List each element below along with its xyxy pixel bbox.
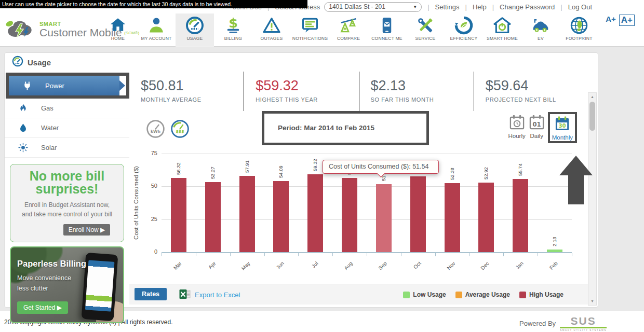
font-size-controls: A+ A+ bbox=[606, 15, 635, 26]
svg-text:$$$: $$$ bbox=[176, 129, 184, 134]
topbar-link-settings[interactable]: Settings bbox=[435, 3, 460, 11]
svg-text:01: 01 bbox=[532, 121, 541, 128]
sidebar-item-power[interactable]: Power bbox=[9, 76, 119, 95]
sus-logo: SUS SMART UTILITY SYSTEMS bbox=[560, 315, 607, 332]
compare-icon bbox=[339, 16, 358, 35]
x-tick-label: Aug bbox=[335, 260, 354, 279]
sidebar-item-solar[interactable]: Solar bbox=[5, 138, 129, 158]
font-decrease-button[interactable]: A+ bbox=[606, 15, 616, 23]
x-tick-label: Sep bbox=[369, 260, 388, 279]
bar-value-label: 57.91 bbox=[244, 150, 250, 173]
nav-item-service[interactable]: SERVICE bbox=[406, 13, 445, 47]
sidebar-item-label: Water bbox=[41, 124, 59, 132]
scrollbar-thumb[interactable] bbox=[589, 102, 595, 131]
view-daily-button[interactable]: 01Daily bbox=[529, 114, 545, 139]
bar-nov[interactable] bbox=[445, 183, 460, 252]
legend-item-average-usage: Average Usage bbox=[455, 291, 510, 298]
bar-dec[interactable] bbox=[478, 183, 494, 252]
bar-value-label: 52.38 bbox=[449, 157, 455, 180]
nav-item-my-account[interactable]: MY ACCOUNT bbox=[137, 13, 176, 47]
monthly-annotation-box: 30Monthly bbox=[548, 112, 577, 143]
svg-text:kWh: kWh bbox=[151, 129, 160, 134]
bar-value-label: 56.32 bbox=[176, 152, 182, 175]
annotation-arrow-up-icon bbox=[559, 156, 593, 206]
bar-oct[interactable] bbox=[410, 176, 426, 252]
nav-item-footprint[interactable]: FOOTPRINT bbox=[560, 13, 598, 47]
bar-jun[interactable] bbox=[273, 181, 289, 252]
legend-label: Average Usage bbox=[465, 291, 510, 298]
bar-apr[interactable] bbox=[205, 182, 221, 252]
excel-icon[interactable] bbox=[179, 289, 191, 300]
bar-jan[interactable] bbox=[513, 179, 528, 252]
sidebar-item-label: Gas bbox=[41, 104, 53, 112]
topbar-link-help[interactable]: Help bbox=[473, 3, 487, 11]
view-monthly-button[interactable]: 30Monthly bbox=[552, 116, 573, 141]
stat-card-highest-this-year: $59.32HIGHEST THIS YEAR bbox=[244, 72, 358, 111]
water-drop-icon bbox=[5, 123, 41, 133]
export-to-excel-link[interactable]: Export to Excel bbox=[195, 291, 240, 299]
scroll-up-icon[interactable]: ▲ bbox=[588, 93, 596, 101]
font-increase-button[interactable]: A+ bbox=[619, 15, 635, 26]
footprint-icon bbox=[570, 16, 588, 35]
nav-item-billing[interactable]: $BILLING bbox=[214, 13, 252, 47]
scroll-down-icon[interactable]: ▼ bbox=[588, 297, 596, 305]
legend-item-low-usage: Low Usage bbox=[403, 291, 446, 298]
content-area: Usage PowerGasWaterSolar No more bill su… bbox=[0, 47, 644, 311]
x-tick-label: Nov bbox=[437, 260, 456, 279]
nav-item-smart-home[interactable]: SMART HOME bbox=[483, 13, 521, 47]
view-hourly-button[interactable]: Hourly bbox=[508, 114, 525, 139]
budget-assistant-promo[interactable]: No more bill surprises! Enroll in Budget… bbox=[10, 164, 124, 242]
bar-value-label: 52.92 bbox=[483, 157, 489, 179]
kwh-gauge-icon[interactable]: kWh bbox=[146, 119, 165, 141]
divider: | bbox=[555, 3, 568, 11]
divider: | bbox=[422, 3, 435, 11]
topbar-link-change-password[interactable]: Change Password bbox=[500, 3, 555, 11]
nav-item-label: MY ACCOUNT bbox=[137, 36, 176, 41]
bar-may[interactable] bbox=[239, 176, 255, 252]
svg-text:$: $ bbox=[229, 16, 238, 31]
nav-item-compare[interactable]: COMPARE bbox=[329, 13, 368, 47]
rates-button[interactable]: Rates bbox=[135, 288, 167, 300]
nav-item-efficiency[interactable]: EFFICIENCY bbox=[445, 13, 483, 47]
view-label: Hourly bbox=[508, 133, 525, 139]
powered-by: Powered By SUS SMART UTILITY SYSTEMS bbox=[519, 315, 607, 332]
nav-item-ev[interactable]: EV bbox=[521, 13, 560, 47]
nav-item-label: EV bbox=[521, 36, 560, 41]
sidebar-item-water[interactable]: Water bbox=[5, 118, 129, 138]
bar-mar[interactable] bbox=[171, 178, 186, 252]
bar-sep[interactable] bbox=[376, 184, 392, 252]
nav-item-home[interactable]: HOME bbox=[99, 13, 137, 47]
usage-panel: Usage PowerGasWaterSolar No more bill su… bbox=[4, 52, 598, 308]
divider: | bbox=[460, 3, 473, 11]
nav-item-outages[interactable]: OUTAGES bbox=[252, 13, 291, 47]
nav-item-connect-me[interactable]: CONNECT ME bbox=[368, 13, 406, 47]
y-tick-label: 50 bbox=[143, 183, 157, 189]
stat-card-so-far-this-month: $2.13SO FAR THIS MONTH bbox=[359, 72, 474, 111]
y-tick-label: 25 bbox=[143, 216, 157, 222]
x-axis-tick bbox=[435, 253, 436, 256]
enroll-now-button[interactable]: Enroll Now ▶ bbox=[63, 224, 111, 236]
cost-gauge-icon[interactable]: $$$ bbox=[170, 119, 190, 141]
bar-aug[interactable] bbox=[342, 178, 357, 252]
bar-jul[interactable] bbox=[307, 174, 323, 252]
nav-item-label: BILLING bbox=[214, 36, 252, 41]
bar-value-label: 54.09 bbox=[278, 155, 284, 178]
address-dropdown[interactable]: 1401 Dallas St - 201 ▼ bbox=[324, 2, 422, 12]
nav-item-notifications[interactable]: NOTIFICATIONS bbox=[291, 13, 329, 47]
legend-swatch bbox=[519, 292, 526, 298]
stat-card-projected-next-bill: $59.64PROJECTED NEXT BILL bbox=[474, 72, 588, 111]
paperless-billing-promo[interactable]: Paperless Billing Move convenience less … bbox=[10, 246, 124, 323]
x-axis-tick bbox=[401, 253, 401, 256]
stat-label: HIGHEST THIS YEAR bbox=[256, 96, 358, 103]
nav-item-label: CONNECT ME bbox=[368, 36, 406, 41]
nav-item-usage[interactable]: USAGE bbox=[176, 13, 214, 47]
nav-item-label: HOME bbox=[99, 36, 137, 41]
chart-tooltip: Cost of Units Consumed ($): 51.54 bbox=[323, 160, 439, 174]
stats-row: $50.81MONTHLY AVERAGE$59.32HIGHEST THIS … bbox=[129, 72, 588, 111]
svg-text:30: 30 bbox=[559, 123, 566, 129]
get-started-button[interactable]: Get Started ▶ bbox=[17, 301, 68, 314]
promo-line: less clutter bbox=[17, 285, 48, 292]
topbar-link-log-out[interactable]: Log Out bbox=[568, 3, 592, 11]
sidebar-item-gas[interactable]: Gas bbox=[5, 99, 129, 118]
sidebar: PowerGasWaterSolar No more bill surprise… bbox=[5, 72, 129, 310]
